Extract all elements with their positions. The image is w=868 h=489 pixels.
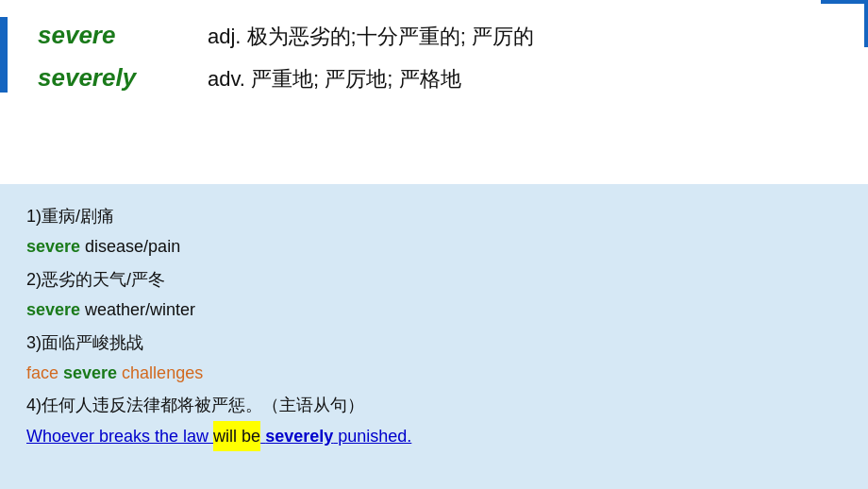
whoever-text: Whoever breaks the law: [26, 421, 213, 451]
examples-section: 1)重病/剧痛 severe disease/pain 2)恶劣的天气/严冬 s…: [0, 184, 868, 489]
severe-def-text: 极为恶劣的;十分严重的; 严厉的: [247, 25, 534, 48]
severe-pos: adj.: [208, 25, 241, 48]
face-text: face: [26, 358, 63, 388]
word-severe: severe: [38, 17, 208, 54]
english-3: face severe challenges: [26, 358, 840, 388]
punished-text: punished.: [333, 421, 411, 451]
word-severely: severely: [38, 59, 208, 96]
severely-pos: adv.: [208, 67, 245, 91]
challenges-text: challenges: [117, 358, 203, 388]
will-be-highlighted: will be: [213, 421, 260, 451]
chinese-1: 1)重病/剧痛: [26, 201, 840, 231]
chinese-4: 4)任何人违反法律都将被严惩。（主语从句）: [26, 390, 840, 420]
english-2: severe weather/winter: [26, 295, 840, 325]
definitions-section: severe adj. 极为恶劣的;十分严重的; 严厉的 severely ad…: [9, 0, 868, 119]
severely-bold-underline: severely: [265, 421, 333, 451]
chinese-3: 3)面临严峻挑战: [26, 328, 840, 358]
example-3: 3)面临严峻挑战 face severe challenges: [26, 328, 840, 389]
english-4: Whoever breaks the law will be severely …: [26, 421, 840, 451]
example-1: 1)重病/剧痛 severe disease/pain: [26, 201, 840, 262]
accent-bar: [0, 17, 8, 93]
example-4: 4)任何人违反法律都将被严惩。（主语从句） Whoever breaks the…: [26, 390, 840, 451]
english-1: severe disease/pain: [26, 231, 840, 261]
severe-bold-2: severe: [26, 295, 80, 325]
word-severely-row: severely adv. 严重地; 严厉地; 严格地: [38, 59, 840, 96]
disease-pain: disease/pain: [80, 231, 180, 261]
severe-bold-1: severe: [26, 231, 80, 261]
chinese-2: 2)恶劣的天气/严冬: [26, 264, 840, 295]
severely-definition: adv. 严重地; 严厉地; 严格地: [208, 63, 461, 94]
severely-def-text: 严重地; 严厉地; 严格地: [251, 67, 460, 91]
severe-definition: adj. 极为恶劣的;十分严重的; 严厉的: [208, 21, 534, 52]
weather-winter: weather/winter: [80, 295, 195, 325]
example-2: 2)恶劣的天气/严冬 severe weather/winter: [26, 264, 840, 326]
corner-decoration: [811, 0, 868, 57]
word-severe-row: severe adj. 极为恶劣的;十分严重的; 严厉的: [38, 17, 840, 54]
severe-bold-3: severe: [63, 358, 117, 388]
